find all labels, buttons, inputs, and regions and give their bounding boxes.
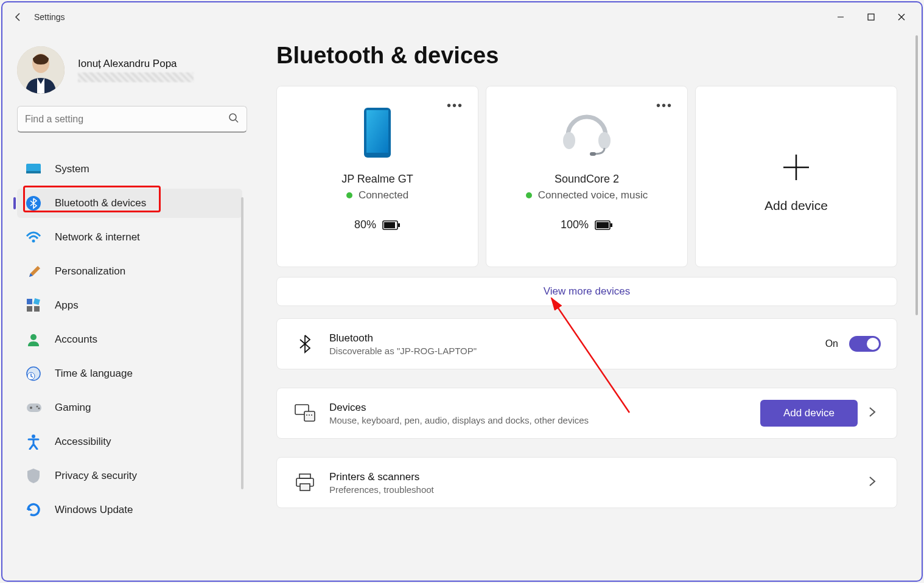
svg-point-37 bbox=[306, 414, 307, 416]
sidebar-item-network[interactable]: Network & internet bbox=[17, 223, 242, 252]
minimize-button[interactable] bbox=[825, 5, 856, 29]
user-profile[interactable]: Ionuț Alexandru Popa bbox=[17, 32, 252, 106]
svg-rect-26 bbox=[398, 223, 400, 227]
sidebar-item-label: Apps bbox=[55, 299, 79, 312]
add-device-button[interactable]: Add device bbox=[760, 400, 858, 427]
status-dot-icon bbox=[526, 192, 532, 198]
app-title: Settings bbox=[34, 12, 65, 22]
view-more-devices[interactable]: View more devices bbox=[276, 277, 897, 306]
main-scrollbar[interactable] bbox=[915, 35, 918, 315]
svg-rect-42 bbox=[300, 484, 310, 490]
phone-icon bbox=[363, 102, 392, 163]
search-box[interactable] bbox=[17, 106, 247, 133]
svg-rect-36 bbox=[304, 411, 315, 421]
svg-point-38 bbox=[309, 414, 310, 416]
devices-title: Devices bbox=[329, 402, 760, 414]
shield-icon bbox=[26, 468, 41, 484]
svg-rect-13 bbox=[34, 306, 40, 312]
svg-rect-31 bbox=[597, 222, 609, 228]
add-device-card[interactable]: Add device bbox=[695, 86, 897, 267]
device-card-headset[interactable]: ••• SoundCore 2 Connected voice, music 1… bbox=[486, 86, 688, 267]
accessibility-icon bbox=[26, 434, 41, 450]
sidebar-item-label: System bbox=[55, 163, 89, 175]
more-icon[interactable]: ••• bbox=[656, 99, 673, 113]
clock-icon bbox=[26, 366, 41, 382]
sidebar-item-update[interactable]: Windows Update bbox=[17, 495, 242, 525]
sidebar-item-label: Personalization bbox=[55, 265, 125, 278]
more-icon[interactable]: ••• bbox=[447, 99, 463, 113]
status-dot-icon bbox=[346, 192, 352, 198]
svg-rect-32 bbox=[611, 223, 612, 227]
svg-line-5 bbox=[236, 120, 238, 122]
battery-icon bbox=[382, 220, 401, 230]
sidebar-item-label: Time & language bbox=[55, 368, 133, 380]
svg-rect-29 bbox=[590, 152, 596, 156]
bluetooth-toggle[interactable] bbox=[849, 336, 881, 352]
maximize-button[interactable] bbox=[856, 5, 886, 29]
sidebar-item-label: Gaming bbox=[55, 402, 91, 414]
sidebar-item-gaming[interactable]: Gaming bbox=[17, 393, 242, 422]
sidebar-item-personalization[interactable]: Personalization bbox=[17, 257, 242, 286]
add-device-label: Add device bbox=[765, 198, 828, 213]
apps-icon bbox=[26, 298, 41, 313]
chevron-right-icon bbox=[869, 407, 881, 420]
svg-rect-1 bbox=[868, 14, 874, 20]
svg-point-20 bbox=[38, 408, 40, 410]
svg-point-4 bbox=[229, 114, 236, 120]
svg-rect-23 bbox=[366, 110, 388, 153]
brush-icon bbox=[26, 264, 41, 279]
nav-list: System Bluetooth & devices Network & int… bbox=[17, 155, 252, 528]
svg-rect-10 bbox=[27, 299, 32, 304]
sidebar-item-time[interactable]: Time & language bbox=[17, 359, 242, 388]
bluetooth-title: Bluetooth bbox=[329, 332, 825, 344]
bluetooth-row[interactable]: Bluetooth Discoverable as "JP-ROG-LAPTOP… bbox=[276, 318, 897, 369]
back-button[interactable] bbox=[13, 12, 23, 22]
device-status: Connected bbox=[346, 189, 408, 201]
svg-point-9 bbox=[32, 240, 35, 243]
device-status: Connected voice, music bbox=[526, 189, 648, 201]
user-name: Ionuț Alexandru Popa bbox=[78, 58, 194, 70]
sidebar-item-system[interactable]: System bbox=[17, 155, 242, 184]
sidebar-item-label: Windows Update bbox=[55, 504, 133, 516]
svg-rect-7 bbox=[26, 171, 41, 173]
bluetooth-icon bbox=[293, 334, 317, 354]
search-icon bbox=[228, 113, 239, 126]
search-input[interactable] bbox=[25, 114, 228, 125]
svg-point-21 bbox=[32, 435, 35, 438]
device-card-phone[interactable]: ••• JP Realme GT Connected 80% bbox=[276, 86, 478, 267]
plus-icon bbox=[780, 151, 813, 191]
printer-icon bbox=[293, 473, 317, 492]
device-battery: 100% bbox=[561, 218, 613, 231]
system-icon bbox=[26, 161, 41, 177]
sidebar-item-label: Privacy & security bbox=[55, 470, 137, 482]
sidebar-item-label: Network & internet bbox=[55, 231, 140, 243]
svg-rect-25 bbox=[384, 222, 395, 228]
svg-rect-40 bbox=[299, 474, 310, 478]
page-title: Bluetooth & devices bbox=[276, 43, 897, 69]
account-icon bbox=[26, 332, 41, 347]
wifi-icon bbox=[26, 229, 41, 245]
devices-row[interactable]: Devices Mouse, keyboard, pen, audio, dis… bbox=[276, 388, 897, 439]
svg-point-18 bbox=[30, 407, 32, 409]
titlebar: Settings bbox=[2, 2, 922, 32]
bluetooth-sub: Discoverable as "JP-ROG-LAPTOP" bbox=[329, 346, 825, 356]
printers-row[interactable]: Printers & scanners Preferences, trouble… bbox=[276, 457, 897, 508]
close-button[interactable] bbox=[886, 5, 917, 29]
bluetooth-icon bbox=[26, 195, 41, 211]
sidebar-scrollbar[interactable] bbox=[241, 197, 243, 489]
sidebar-item-accessibility[interactable]: Accessibility bbox=[17, 427, 242, 456]
sidebar-item-apps[interactable]: Apps bbox=[17, 291, 242, 320]
sidebar-item-bluetooth[interactable]: Bluetooth & devices bbox=[17, 189, 242, 218]
devices-sub: Mouse, keyboard, pen, audio, displays an… bbox=[329, 415, 760, 425]
sidebar-item-accounts[interactable]: Accounts bbox=[17, 325, 242, 354]
device-battery: 80% bbox=[354, 218, 401, 231]
gamepad-icon bbox=[26, 400, 41, 416]
sidebar-item-label: Accessibility bbox=[55, 436, 111, 448]
sidebar: Ionuț Alexandru Popa System Bluetooth & … bbox=[2, 32, 252, 581]
battery-icon bbox=[595, 220, 613, 230]
device-name: SoundCore 2 bbox=[555, 173, 619, 186]
update-icon bbox=[26, 502, 41, 518]
devices-icon bbox=[293, 404, 317, 422]
main-content: Bluetooth & devices ••• JP Realme GT Con… bbox=[252, 32, 922, 581]
sidebar-item-privacy[interactable]: Privacy & security bbox=[17, 461, 242, 490]
